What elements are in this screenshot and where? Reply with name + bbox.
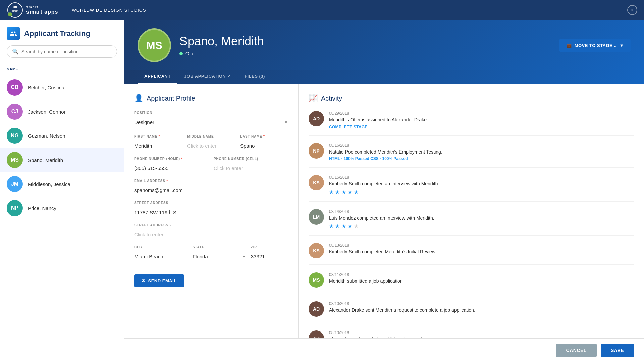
phone-cell-value[interactable]: Click to enter	[214, 163, 288, 174]
nav-divider	[65, 4, 65, 16]
activity-date: 08/29/2018	[329, 111, 634, 116]
phone-cell-field: PHONE NUMBER (CELL) Click to enter	[214, 157, 288, 179]
sidebar-title-row: Applicant Tracking	[7, 27, 117, 40]
logo-text: smart apps	[26, 9, 58, 15]
activity-text: Alexander Drake added Meridith to the po…	[329, 336, 634, 338]
tab-job-application[interactable]: JOB APPLICATION ✓	[177, 70, 238, 84]
activity-avatar: MS	[309, 272, 324, 288]
applicant-name: Belcher, Cristina	[28, 85, 64, 90]
close-button[interactable]: ×	[627, 5, 637, 15]
applicant-name: Middleson, Jessica	[28, 181, 70, 187]
phone-fields-row: PHONE NUMBER (HOME) (305) 615-5555 PHONE…	[134, 157, 288, 179]
activity-content: 08/10/2018 Alexander Drake sent Meridith…	[329, 301, 634, 314]
last-name-label: LAST NAME	[240, 135, 288, 138]
svg-text:HR: HR	[13, 6, 17, 9]
activity-date: 08/16/2018	[329, 143, 634, 148]
phone-home-field: PHONE NUMBER (HOME) (305) 615-5555	[134, 157, 209, 179]
org-name: WORLDWIDE DESIGN STUDIOS	[72, 8, 146, 13]
activity-avatar: AD	[309, 330, 324, 338]
activity-item: AD 08/10/2018 Alexander Drake sent Merid…	[309, 301, 634, 323]
move-stage-label: MOVE TO STAGE...	[575, 43, 617, 48]
phone-cell-label: PHONE NUMBER (CELL)	[214, 157, 288, 161]
tab-applicant[interactable]: APPLICANT	[138, 70, 177, 84]
status-label: Offer	[185, 51, 196, 56]
activity-date: 08/11/2018	[329, 272, 634, 277]
avatar: CJ	[7, 104, 23, 120]
search-box[interactable]: 🔍	[7, 45, 117, 58]
content-area: 👤 Applicant Profile POSITION Designer ▼ …	[124, 84, 644, 338]
search-input[interactable]	[21, 49, 112, 54]
more-options-button[interactable]: ⋮	[628, 111, 634, 118]
state-label: STATE	[193, 245, 246, 249]
first-name-field: FIRST NAME Meridith	[134, 135, 182, 157]
position-select[interactable]: Designer ▼	[134, 117, 288, 128]
list-item[interactable]: JM Middleson, Jessica	[0, 172, 124, 196]
activity-text: Kimberly Smith completed an Interview wi…	[329, 181, 634, 187]
sidebar-header: Applicant Tracking 🔍	[0, 20, 124, 63]
city-state-zip-row: CITY Miami Beach STATE Florida ▼ ZIP 333…	[134, 245, 288, 267]
activity-content: 08/29/2018 Meridith's Offer is assigned …	[329, 111, 634, 129]
activity-title-text: Activity	[321, 95, 342, 102]
street2-value[interactable]: Click to enter	[134, 229, 288, 240]
send-email-label: SEND EMAIL	[148, 278, 177, 283]
middle-name-value[interactable]: Click to enter	[187, 140, 235, 152]
list-item[interactable]: CJ Jackson, Connor	[0, 100, 124, 124]
activity-date: 08/10/2018	[329, 330, 634, 335]
activity-text: Meridith's Offer is assigned to Alexande…	[329, 117, 634, 123]
list-item[interactable]: MS Spano, Meridith	[0, 148, 124, 172]
street-value[interactable]: 11787 SW 119th St	[134, 207, 288, 218]
zip-value[interactable]: 33321	[251, 251, 288, 262]
activity-avatar: LM	[309, 209, 324, 225]
profile-icon: 👤	[134, 94, 143, 103]
logo-icon: HR direct	[7, 2, 23, 18]
phone-home-value[interactable]: (305) 615-5555	[134, 163, 209, 174]
avatar: CB	[7, 79, 23, 96]
applicant-profile-section: 👤 Applicant Profile POSITION Designer ▼ …	[124, 84, 299, 338]
city-value[interactable]: Miami Beach	[134, 251, 187, 262]
tab-files[interactable]: FILES (3)	[238, 70, 272, 84]
activity-sub-text: HTML - 100% Passed CSS - 100% Passed	[329, 156, 408, 161]
zip-label: ZIP	[251, 245, 288, 249]
activity-item: MS 08/11/2018 Meridith submitted a job a…	[309, 272, 634, 294]
activity-item: LM 08/14/2018 Luis Mendez completed an I…	[309, 209, 634, 236]
applicant-name: Price, Nancy	[28, 205, 56, 211]
move-to-stage-button[interactable]: 💼 MOVE TO STAGE... ▼	[559, 39, 631, 52]
status-indicator	[179, 52, 183, 55]
street-label: STREET ADDRESS	[134, 201, 288, 205]
email-value[interactable]: spanoms@gmail.com	[134, 185, 288, 196]
activity-text: Alexander Drake sent Meridith a request …	[329, 307, 634, 314]
profile-avatar: MS	[138, 28, 171, 62]
activity-avatar: NP	[309, 143, 324, 159]
list-item[interactable]: NP Price, Nancy	[0, 196, 124, 220]
send-email-button[interactable]: ✉ SEND EMAIL	[134, 274, 184, 287]
state-select[interactable]: Florida ▼	[193, 251, 246, 262]
activity-section: 📈 Activity AD 08/29/2018 Meridith's Offe…	[299, 84, 644, 338]
avatar: NG	[7, 128, 23, 144]
position-value: Designer	[134, 119, 154, 125]
first-name-value[interactable]: Meridith	[134, 140, 182, 152]
complete-stage-link[interactable]: COMPLETE STAGE	[329, 125, 634, 129]
last-name-value[interactable]: Spano	[240, 140, 288, 152]
profile-tabs: APPLICANT JOB APPLICATION ✓ FILES (3)	[124, 70, 644, 84]
applicant-list: CB Belcher, Cristina CJ Jackson, Connor …	[0, 74, 124, 362]
activity-item: AD 08/29/2018 Meridith's Offer is assign…	[309, 111, 634, 136]
save-button[interactable]: SAVE	[601, 344, 634, 357]
logo: HR direct smart smart apps	[7, 2, 58, 18]
chevron-down-icon: ▼	[242, 254, 246, 259]
cancel-button[interactable]: CANCEL	[556, 344, 597, 357]
activity-item: AD 08/10/2018 Alexander Drake added Meri…	[309, 330, 634, 338]
street2-label: STREET ADDRESS 2	[134, 223, 288, 227]
activity-text: Kimberly Smith completed Meredith's Init…	[329, 249, 634, 255]
activity-content: 08/15/2018 Kimberly Smith completed an I…	[329, 175, 634, 195]
list-item[interactable]: CB Belcher, Cristina	[0, 75, 124, 100]
activity-item: KS 08/15/2018 Kimberly Smith completed a…	[309, 175, 634, 202]
sidebar-title: Applicant Tracking	[24, 29, 90, 38]
list-item[interactable]: NG Guzman, Nelson	[0, 124, 124, 148]
activity-item: KS 08/13/2018 Kimberly Smith completed M…	[309, 243, 634, 265]
city-label: CITY	[134, 245, 187, 249]
activity-avatar: KS	[309, 175, 324, 190]
star-rating: ★ ★ ★ ★ ★	[329, 189, 634, 195]
chevron-down-icon: ▼	[620, 43, 624, 48]
activity-avatar: AD	[309, 301, 324, 317]
applicant-name: Guzman, Nelson	[28, 133, 65, 139]
